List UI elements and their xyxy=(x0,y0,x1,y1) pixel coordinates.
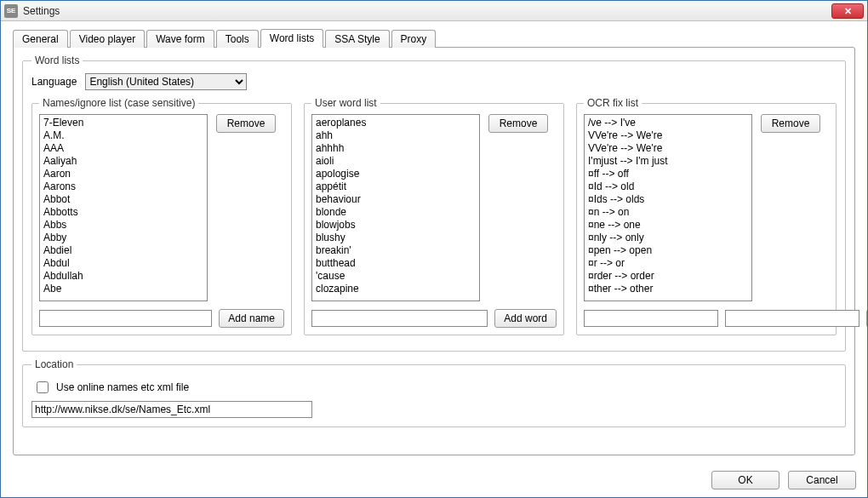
three-panels: Names/ignore list (case sensitive) 7-Ele… xyxy=(31,97,837,342)
list-item[interactable]: breakin' xyxy=(316,244,479,257)
tab-tools[interactable]: Tools xyxy=(216,30,259,48)
user-remove-button[interactable]: Remove xyxy=(488,114,548,133)
list-item[interactable]: aioli xyxy=(316,155,479,168)
wordlists-fieldset: Word lists Language English (United Stat… xyxy=(22,54,846,352)
footer-buttons: OK Cancel xyxy=(711,471,856,489)
ocr-add-input-to[interactable] xyxy=(725,310,859,327)
tab-ssa-style[interactable]: SSA Style xyxy=(325,30,389,48)
content-area: GeneralVideo playerWave formToolsWord li… xyxy=(1,21,867,462)
ocr-remove-button[interactable]: Remove xyxy=(761,114,820,133)
app-icon: SE xyxy=(4,4,18,18)
list-item[interactable]: Abdullah xyxy=(43,270,207,283)
user-add-input[interactable] xyxy=(311,310,488,327)
list-item[interactable]: behaviour xyxy=(316,193,479,206)
names-panel: Names/ignore list (case sensitive) 7-Ele… xyxy=(31,97,292,342)
cancel-button[interactable]: Cancel xyxy=(788,471,856,489)
list-item[interactable]: Abdiel xyxy=(43,244,207,257)
tabs: GeneralVideo playerWave formToolsWord li… xyxy=(13,29,855,48)
names-add-button[interactable]: Add name xyxy=(219,309,284,328)
list-item[interactable]: ¤rder --> order xyxy=(588,270,751,283)
list-item[interactable]: ¤Id --> old xyxy=(588,180,751,193)
location-section: Location Use online names etc xml file xyxy=(22,358,846,427)
tab-proxy[interactable]: Proxy xyxy=(391,30,437,48)
ok-button[interactable]: OK xyxy=(711,471,779,489)
list-item[interactable]: ¤r --> or xyxy=(588,257,751,270)
list-item[interactable]: butthead xyxy=(316,257,479,270)
list-item[interactable]: appétit xyxy=(316,180,479,193)
list-item[interactable]: ¤ther --> other xyxy=(588,283,751,295)
list-item[interactable]: Abbotts xyxy=(43,206,207,219)
names-legend: Names/ignore list (case sensitive) xyxy=(39,97,198,109)
use-online-checkbox[interactable] xyxy=(37,381,49,393)
language-select[interactable]: English (United States) xyxy=(85,73,247,90)
list-item[interactable]: ¤nly --> only xyxy=(588,232,751,244)
user-legend: User word list xyxy=(311,97,380,109)
names-add-input[interactable] xyxy=(39,310,212,327)
list-item[interactable]: Aaliyah xyxy=(43,155,207,168)
list-item[interactable]: 7-Eleven xyxy=(43,117,207,129)
url-input[interactable] xyxy=(31,401,312,418)
ocr-panel: OCR fix list /ve --> I'veVVe're --> We'r… xyxy=(576,97,837,342)
tab-word-lists[interactable]: Word lists xyxy=(260,29,323,48)
user-listbox[interactable]: aeroplanesahhahhhhaioliapologiseappétitb… xyxy=(311,114,480,301)
list-item[interactable]: Aarons xyxy=(43,180,207,193)
close-icon: ✕ xyxy=(844,6,852,17)
ocr-listbox[interactable]: /ve --> I'veVVe're --> We'reVVe're --> W… xyxy=(584,114,752,301)
list-item[interactable]: ¤ff --> off xyxy=(588,168,751,180)
location-legend: Location xyxy=(31,358,77,370)
window-title: Settings xyxy=(23,5,60,17)
user-panel: User word list aeroplanesahhahhhhaioliap… xyxy=(304,97,564,342)
list-item[interactable]: I'mjust --> I'm just xyxy=(588,155,751,168)
list-item[interactable]: aeroplanes xyxy=(316,117,479,129)
tab-wave-form[interactable]: Wave form xyxy=(146,30,214,48)
list-item[interactable]: Abbs xyxy=(43,219,207,232)
list-item[interactable]: 'cause xyxy=(316,270,479,283)
list-item[interactable]: blonde xyxy=(316,206,479,219)
list-item[interactable]: Abdul xyxy=(43,257,207,270)
list-item[interactable]: clozapine xyxy=(316,283,479,295)
list-item[interactable]: AAA xyxy=(43,142,207,155)
list-item[interactable]: blowjobs xyxy=(316,219,479,232)
list-item[interactable]: ahhhh xyxy=(316,142,479,155)
list-item[interactable]: A.M. xyxy=(43,129,207,142)
list-item[interactable]: ¤pen --> open xyxy=(588,244,751,257)
ocr-legend: OCR fix list xyxy=(584,97,642,109)
list-item[interactable]: ¤Ids --> olds xyxy=(588,193,751,206)
list-item[interactable]: ¤n --> on xyxy=(588,206,751,219)
language-label: Language xyxy=(31,76,77,88)
tabpanel-wordlists: Word lists Language English (United Stat… xyxy=(13,47,855,455)
tab-general[interactable]: General xyxy=(13,30,68,48)
list-item[interactable]: Aaron xyxy=(43,168,207,180)
list-item[interactable]: Abbot xyxy=(43,193,207,206)
use-online-label: Use online names etc xml file xyxy=(56,381,189,393)
list-item[interactable]: VVe're --> We're xyxy=(588,142,751,155)
list-item[interactable]: apologise xyxy=(316,168,479,180)
list-item[interactable]: Abe xyxy=(43,283,207,295)
titlebar: SE Settings ✕ xyxy=(1,1,867,21)
list-item[interactable]: Abby xyxy=(43,232,207,244)
list-item[interactable]: /ve --> I've xyxy=(588,117,751,129)
close-button[interactable]: ✕ xyxy=(831,3,864,19)
names-listbox[interactable]: 7-ElevenA.M.AAAAaliyahAaronAaronsAbbotAb… xyxy=(39,114,208,301)
ocr-add-input-from[interactable] xyxy=(584,310,718,327)
tab-video-player[interactable]: Video player xyxy=(70,30,146,48)
list-item[interactable]: VVe're --> We're xyxy=(588,129,751,142)
names-remove-button[interactable]: Remove xyxy=(216,114,276,133)
list-item[interactable]: ahh xyxy=(316,129,479,142)
user-add-button[interactable]: Add word xyxy=(494,309,557,328)
list-item[interactable]: blushy xyxy=(316,232,479,244)
language-row: Language English (United States) xyxy=(31,73,837,90)
wordlists-legend: Word lists xyxy=(31,54,83,66)
list-item[interactable]: ¤ne --> one xyxy=(588,219,751,232)
